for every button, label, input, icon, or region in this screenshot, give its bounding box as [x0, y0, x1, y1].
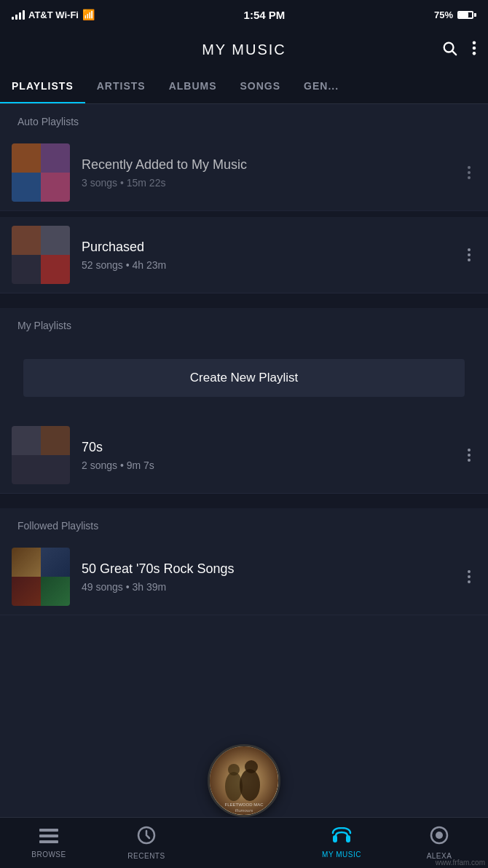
- svg-rect-12: [39, 829, 58, 832]
- recently-added-name: Recently Added to My Music: [82, 157, 450, 173]
- svg-text:FLEETWOOD MAC: FLEETWOOD MAC: [224, 802, 264, 807]
- svg-point-4: [473, 52, 476, 55]
- recently-added-meta: 3 songs • 15m 22s: [82, 177, 450, 189]
- svg-point-19: [436, 832, 443, 839]
- svg-point-7: [240, 769, 260, 801]
- recently-added-item[interactable]: Recently Added to My Music 3 songs • 15m…: [0, 135, 488, 211]
- 70s-thumb: [12, 426, 70, 484]
- purchased-meta: 52 songs • 4h 23m: [82, 259, 450, 271]
- great70s-more-icon[interactable]: [462, 564, 476, 589]
- 70s-more-icon[interactable]: [462, 443, 476, 467]
- wifi-icon: 📶: [82, 9, 95, 20]
- great70s-meta: 49 songs • 3h 39m: [82, 581, 450, 593]
- divider-2: [0, 293, 488, 308]
- great70s-item[interactable]: 50 Great '70s Rock Songs 49 songs • 3h 3…: [0, 539, 488, 615]
- browse-icon: [39, 827, 58, 848]
- nav-recents[interactable]: RECENTS: [98, 826, 195, 860]
- spacer-1: [0, 339, 488, 344]
- recently-added-info: Recently Added to My Music 3 songs • 15m…: [70, 157, 462, 189]
- browse-label: BROWSE: [31, 851, 66, 859]
- nav-browse[interactable]: BROWSE: [0, 827, 98, 859]
- recents-label: RECENTS: [127, 852, 165, 860]
- create-playlist-button[interactable]: Create New Playlist: [23, 359, 465, 397]
- svg-rect-17: [346, 835, 350, 843]
- nav-mymusic[interactable]: MY MUSIC: [293, 827, 390, 859]
- watermark: www.frfam.com: [436, 859, 485, 867]
- tab-playlists[interactable]: PLAYLISTS: [0, 70, 85, 103]
- battery-percent: 75%: [434, 9, 453, 20]
- purchased-item[interactable]: Purchased 52 songs • 4h 23m: [0, 217, 488, 293]
- my-playlists-header: My Playlists: [0, 308, 488, 339]
- purchased-more-icon[interactable]: [462, 242, 476, 267]
- divider-1: [0, 211, 488, 217]
- status-right: 75%: [434, 9, 476, 20]
- recently-added-more-icon[interactable]: [462, 160, 476, 185]
- recents-icon: [137, 826, 156, 849]
- more-options-icon[interactable]: [472, 40, 476, 60]
- 70s-name: 70s: [82, 440, 450, 455]
- nav-alexa[interactable]: ALEXA: [390, 826, 488, 860]
- svg-point-3: [473, 46, 476, 50]
- 70s-info: 70s 2 songs • 9m 7s: [70, 440, 462, 471]
- tabs-bar: PLAYLISTS ARTISTS ALBUMS SONGS GEN...: [0, 70, 488, 104]
- now-playing-bar[interactable]: FLEETWOOD MAC Rumours: [0, 744, 488, 817]
- bottom-spacer: [0, 615, 488, 732]
- header: MY MUSIC: [0, 29, 488, 70]
- great70s-info: 50 Great '70s Rock Songs 49 songs • 3h 3…: [70, 561, 462, 593]
- auto-playlists-header: Auto Playlists: [0, 104, 488, 135]
- tab-genres[interactable]: GEN...: [292, 70, 350, 103]
- status-time: 1:54 PM: [244, 9, 286, 21]
- svg-point-9: [245, 760, 258, 773]
- purchased-name: Purchased: [82, 240, 450, 255]
- svg-text:Rumours: Rumours: [235, 808, 253, 813]
- bottom-nav: BROWSE RECENTS MY MUSIC: [0, 817, 488, 868]
- svg-point-2: [473, 41, 476, 44]
- now-playing-album-art[interactable]: FLEETWOOD MAC Rumours: [208, 744, 280, 817]
- great70s-thumb: [12, 548, 70, 606]
- alexa-icon: [430, 826, 449, 849]
- album-art-content: FLEETWOOD MAC Rumours: [210, 746, 278, 815]
- tab-songs[interactable]: SONGS: [229, 70, 293, 103]
- divider-3: [0, 494, 488, 508]
- status-left: AT&T Wi-Fi 📶: [12, 9, 95, 20]
- recently-added-thumb: [12, 143, 70, 202]
- header-icons: [441, 40, 476, 60]
- page-title: MY MUSIC: [202, 42, 286, 58]
- battery-icon: [457, 11, 476, 19]
- carrier-text: AT&T Wi-Fi: [28, 9, 79, 20]
- 70s-item[interactable]: 70s 2 songs • 9m 7s: [0, 417, 488, 494]
- mymusic-icon: [331, 827, 352, 848]
- 70s-meta: 2 songs • 9m 7s: [82, 459, 450, 471]
- search-icon[interactable]: [441, 40, 457, 60]
- svg-rect-16: [333, 835, 337, 843]
- svg-line-1: [452, 51, 456, 55]
- mymusic-label: MY MUSIC: [322, 851, 361, 859]
- tab-albums[interactable]: ALBUMS: [157, 70, 229, 103]
- followed-playlists-header: Followed Playlists: [0, 508, 488, 539]
- tab-artists[interactable]: ARTISTS: [85, 70, 157, 103]
- svg-rect-13: [39, 835, 58, 837]
- purchased-info: Purchased 52 songs • 4h 23m: [70, 240, 462, 271]
- svg-point-8: [228, 764, 240, 776]
- spacer-2: [0, 411, 488, 417]
- great70s-name: 50 Great '70s Rock Songs: [82, 561, 450, 577]
- signal-icon: [12, 9, 25, 20]
- svg-rect-14: [39, 840, 58, 843]
- status-bar: AT&T Wi-Fi 📶 1:54 PM 75%: [0, 0, 488, 29]
- purchased-thumb: [12, 226, 70, 284]
